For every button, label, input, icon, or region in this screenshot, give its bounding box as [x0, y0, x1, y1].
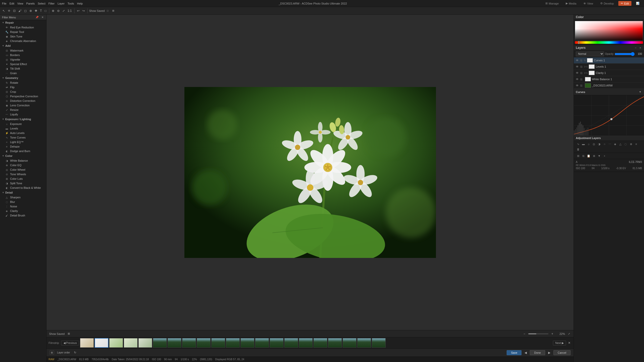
- thumb-13[interactable]: [255, 338, 269, 348]
- filter-auto-levels[interactable]: ⚡ Auto Levels: [0, 131, 46, 135]
- adj-brightness-btn[interactable]: ☼: [586, 142, 591, 146]
- filmstrip-toggle[interactable]: ⊞: [67, 332, 71, 336]
- thumb-14[interactable]: [270, 338, 284, 348]
- mode-develop[interactable]: ⚙ Develop: [598, 1, 616, 6]
- layer-extra-clarity[interactable]: 1×1: [584, 72, 588, 74]
- prev-action-btn[interactable]: ◀: [524, 350, 528, 355]
- filter-repair-tool[interactable]: 🔧 Repair Tool: [0, 30, 46, 34]
- thumb-16[interactable]: [299, 338, 313, 348]
- filter-vignette[interactable]: ◎ Vignette: [0, 57, 46, 62]
- layer-extra-curves[interactable]: fx: [584, 59, 586, 62]
- hue-bar[interactable]: [575, 41, 643, 44]
- filter-bw[interactable]: ◐ Convert to Black & White: [0, 186, 46, 190]
- menu-help[interactable]: Help: [77, 2, 83, 5]
- adj-hsl-btn[interactable]: ◎: [592, 142, 596, 146]
- compare-btn[interactable]: ⊞: [111, 9, 116, 12]
- thumb-6[interactable]: [153, 338, 167, 348]
- tool-eraser[interactable]: ◻: [23, 9, 28, 13]
- filter-color-luts[interactable]: ⊞ Color Luts: [0, 176, 46, 181]
- layer-extra-levels[interactable]: 1×1: [584, 65, 588, 68]
- section-repair[interactable]: ▼ Repair: [0, 20, 46, 25]
- curves-canvas[interactable]: [574, 95, 644, 135]
- thumb-20[interactable]: [357, 338, 371, 348]
- adj-levels-btn[interactable]: ▬: [581, 142, 586, 146]
- adj-blur-btn[interactable]: ◌: [623, 142, 628, 146]
- adj-wb-btn[interactable]: ◑: [597, 142, 601, 146]
- adj-sharpen-btn[interactable]: △: [618, 142, 623, 146]
- layer-chain-levels[interactable]: ⛓: [580, 65, 583, 68]
- adj-new-btn[interactable]: +: [602, 154, 607, 158]
- show-saved-toggle[interactable]: □: [105, 9, 110, 12]
- thumb-7[interactable]: [168, 338, 181, 348]
- adj-clarity-btn[interactable]: ◈: [613, 142, 617, 146]
- layer-order-btn[interactable]: ⊞: [50, 350, 54, 355]
- mode-media[interactable]: ▶ Media: [563, 1, 579, 6]
- filter-dodge-burn[interactable]: ◐ Dodge and Burn: [0, 149, 46, 153]
- tool-text[interactable]: T: [39, 9, 43, 13]
- layers-minimize[interactable]: −: [634, 46, 637, 50]
- layer-chain-curves[interactable]: ⛓: [580, 59, 583, 62]
- blend-mode-select[interactable]: Normal: [576, 52, 604, 56]
- layer-vis-wb[interactable]: 👁: [575, 77, 579, 81]
- filter-crop[interactable]: ⊡ Crop: [0, 89, 46, 94]
- filter-clarity[interactable]: ◈ Clarity: [0, 209, 46, 213]
- adj-flatten-btn[interactable]: ▼: [597, 154, 601, 158]
- layers-close[interactable]: ×: [638, 46, 642, 50]
- filter-white-balance[interactable]: ◑ White Balance: [0, 158, 46, 163]
- tool-move[interactable]: ✛: [7, 9, 11, 13]
- layer-order-label[interactable]: Layer order: [56, 351, 71, 354]
- adj-color-btn[interactable]: ⊕: [629, 142, 633, 146]
- filter-tilt-shift[interactable]: ◑ Tilt Shift: [0, 66, 46, 71]
- menu-tools[interactable]: Tools: [68, 2, 74, 5]
- adj-dehaze-btn[interactable]: ≡: [634, 142, 638, 146]
- section-geometry[interactable]: ▼ Geometry: [0, 75, 46, 80]
- zoom-in-btn[interactable]: +: [550, 332, 554, 336]
- filter-tone-wheels[interactable]: ⊙ Tone Wheels: [0, 172, 46, 176]
- thumb-18[interactable]: [328, 338, 342, 348]
- tool-clone[interactable]: ⊕: [28, 9, 33, 13]
- thumb-10[interactable]: [211, 338, 225, 348]
- thumb-1[interactable]: [80, 338, 94, 348]
- color-panel-top[interactable]: [574, 20, 644, 45]
- thumb-4[interactable]: [124, 338, 138, 348]
- filter-sharpen[interactable]: △ Sharpen: [0, 195, 46, 200]
- menu-view[interactable]: View: [17, 2, 23, 5]
- menu-bar[interactable]: File Edit View Panels Select Filter Laye…: [2, 2, 83, 5]
- thumb-17[interactable]: [313, 338, 327, 348]
- filter-flip[interactable]: ⇄ Flip: [0, 85, 46, 89]
- filter-red-eye[interactable]: 👁 Red Eye Reduction: [0, 25, 46, 30]
- tool-undo[interactable]: ↩: [76, 9, 80, 13]
- tool-brush[interactable]: 🖌: [17, 9, 22, 13]
- layer-vis-clarity[interactable]: 👁: [575, 71, 579, 75]
- filter-lens[interactable]: ◉ Lens Correction: [0, 103, 46, 108]
- thumb-15[interactable]: [284, 338, 298, 348]
- next-action-btn[interactable]: ▶: [547, 350, 551, 355]
- filter-resize[interactable]: ⤢ Resize: [0, 108, 46, 112]
- filter-grain[interactable]: ⋯ Grain: [0, 71, 46, 75]
- thumb-8[interactable]: [182, 338, 196, 348]
- layer-vis-curves[interactable]: 👁: [575, 59, 579, 62]
- filter-distortion[interactable]: ⊙ Distortion Correction: [0, 99, 46, 103]
- section-detail[interactable]: ▼ Detail: [0, 190, 46, 195]
- adj-merge-btn[interactable]: ⊕: [592, 154, 596, 158]
- thumb-11[interactable]: [226, 338, 240, 348]
- thumb-12[interactable]: [240, 338, 254, 348]
- thumb-5[interactable]: [138, 338, 152, 348]
- curves-expand[interactable]: ▾: [638, 90, 642, 94]
- filmstrip-next[interactable]: Next ▶: [553, 341, 566, 345]
- filmstrip-prev[interactable]: ◀ Previous: [61, 341, 79, 345]
- layer-clarity-1[interactable]: 👁 ⛓ 1×1 Clarity 1: [574, 70, 644, 76]
- tool-heal[interactable]: ✚: [34, 9, 38, 13]
- filter-tone-curves[interactable]: ∿ Tone Curves: [0, 135, 46, 140]
- section-exposure[interactable]: ▼ Exposure / Lighting: [0, 117, 46, 122]
- tool-shape[interactable]: □: [44, 9, 47, 13]
- filmstrip-close[interactable]: ✕: [567, 341, 572, 345]
- menu-filter[interactable]: Filter: [49, 2, 55, 5]
- layer-vis-levels[interactable]: 👁: [575, 65, 579, 68]
- filter-dehaze[interactable]: ≡ Dehaze: [0, 144, 46, 149]
- cancel-button[interactable]: Cancel: [553, 350, 571, 355]
- filter-special-effect[interactable]: ✦ Special Effect: [0, 62, 46, 66]
- adj-grain-btn[interactable]: ⋯: [608, 142, 612, 146]
- opacity-slider[interactable]: [615, 52, 635, 56]
- filter-color-wheel[interactable]: ◎ Color Wheel: [0, 167, 46, 172]
